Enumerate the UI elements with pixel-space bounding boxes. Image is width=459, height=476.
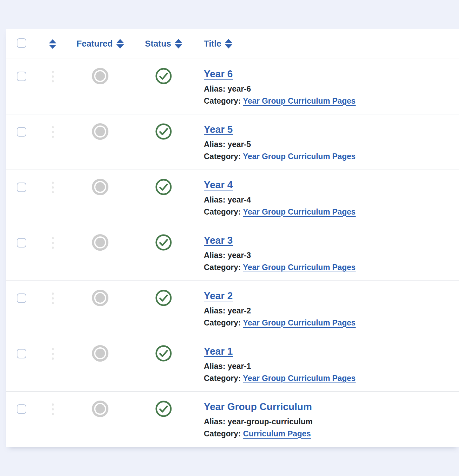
table-row: Year 1 Alias: year-1 Category: Year Grou… (6, 336, 459, 391)
alias-label: Alias: (204, 195, 225, 204)
articles-table: Featured Status Title (6, 29, 459, 447)
drag-handle-icon[interactable] (52, 237, 54, 249)
drag-handle-icon[interactable] (52, 348, 54, 360)
featured-toggle-icon[interactable] (92, 290, 108, 306)
category-label: Category: (204, 207, 241, 216)
featured-off-dot (95, 293, 105, 303)
sort-icon (175, 39, 182, 48)
drag-handle-icon[interactable] (52, 293, 54, 304)
sort-icon (225, 39, 232, 48)
table-row: Year Group Curriculum Alias: year-group-… (6, 391, 459, 447)
title-column-label: Title (204, 40, 221, 48)
row-select-checkbox[interactable] (17, 183, 26, 192)
status-published-icon[interactable] (155, 179, 172, 195)
alias-value: year-4 (228, 195, 251, 204)
sort-icon (49, 39, 56, 49)
status-sort-button[interactable]: Status (145, 39, 182, 48)
alias-label: Alias: (204, 84, 225, 93)
title-sort-button[interactable]: Title (204, 39, 232, 48)
alias-value: year-6 (228, 84, 251, 93)
category-link[interactable]: Year Group Curriculum Pages (243, 263, 356, 272)
featured-toggle-icon[interactable] (92, 68, 108, 84)
featured-sort-button[interactable]: Featured (76, 39, 124, 48)
row-select-checkbox[interactable] (17, 72, 26, 81)
drag-handle-icon[interactable] (52, 71, 54, 82)
header-cell-title: Title (195, 29, 459, 59)
featured-toggle-icon[interactable] (92, 401, 108, 417)
header-cell-status: Status (132, 29, 195, 59)
table-row: Year 2 Alias: year-2 Category: Year Grou… (6, 280, 459, 336)
category-label: Category: (204, 96, 241, 105)
category-link[interactable]: Year Group Curriculum Pages (243, 374, 356, 383)
status-published-icon[interactable] (155, 401, 172, 417)
category-link[interactable]: Year Group Curriculum Pages (243, 152, 356, 161)
category-label: Category: (204, 152, 241, 161)
status-published-icon[interactable] (155, 123, 172, 140)
drag-handle-icon[interactable] (52, 403, 54, 415)
sort-icon (116, 39, 124, 48)
featured-off-dot (95, 238, 105, 247)
featured-off-dot (95, 349, 105, 358)
article-title-link[interactable]: Year 6 (204, 67, 233, 81)
category-link[interactable]: Year Group Curriculum Pages (243, 96, 356, 105)
featured-off-dot (95, 404, 105, 414)
article-title-link[interactable]: Year 2 (204, 289, 233, 303)
alias-label: Alias: (204, 306, 225, 315)
article-title-link[interactable]: Year 4 (204, 178, 233, 192)
category-link[interactable]: Curriculum Pages (243, 429, 311, 438)
table-header-row: Featured Status Title (6, 29, 459, 59)
row-select-checkbox[interactable] (17, 404, 26, 414)
alias-value: year-1 (228, 362, 251, 370)
table-row: Year 6 Alias: year-6 Category: Year Grou… (6, 59, 459, 114)
header-cell-featured: Featured (68, 29, 132, 59)
status-published-icon[interactable] (155, 68, 172, 84)
row-select-checkbox[interactable] (17, 238, 26, 248)
articles-table-panel: Featured Status Title (6, 29, 459, 447)
select-all-checkbox[interactable] (17, 38, 26, 48)
category-label: Category: (204, 374, 241, 383)
drag-handle-icon[interactable] (52, 182, 54, 193)
article-title-link[interactable]: Year 5 (204, 123, 233, 137)
featured-column-label: Featured (76, 40, 113, 48)
alias-label: Alias: (204, 140, 225, 149)
header-cell-select (6, 29, 37, 59)
category-label: Category: (204, 318, 241, 327)
article-title-link[interactable]: Year 3 (204, 234, 233, 248)
alias-value: year-group-curriculum (228, 417, 313, 426)
drag-handle-icon[interactable] (52, 126, 54, 138)
status-column-label: Status (145, 40, 171, 48)
featured-toggle-icon[interactable] (92, 179, 108, 195)
featured-toggle-icon[interactable] (92, 123, 108, 140)
status-published-icon[interactable] (155, 345, 172, 362)
row-select-checkbox[interactable] (17, 349, 26, 358)
featured-toggle-icon[interactable] (92, 345, 108, 362)
alias-label: Alias: (204, 251, 225, 260)
alias-label: Alias: (204, 362, 225, 370)
row-select-checkbox[interactable] (17, 127, 26, 137)
alias-label: Alias: (204, 417, 225, 426)
alias-value: year-3 (228, 251, 251, 260)
featured-off-dot (95, 127, 105, 136)
alias-value: year-2 (228, 306, 251, 315)
alias-value: year-5 (228, 140, 251, 149)
featured-toggle-icon[interactable] (92, 234, 108, 251)
table-row: Year 4 Alias: year-4 Category: Year Grou… (6, 170, 459, 225)
table-row: Year 3 Alias: year-3 Category: Year Grou… (6, 225, 459, 280)
row-select-checkbox[interactable] (17, 293, 26, 303)
category-link[interactable]: Year Group Curriculum Pages (243, 207, 356, 216)
article-title-link[interactable]: Year 1 (204, 344, 233, 358)
category-link[interactable]: Year Group Curriculum Pages (243, 318, 356, 327)
header-cell-ordering (37, 29, 68, 59)
status-published-icon[interactable] (155, 234, 172, 251)
category-label: Category: (204, 263, 241, 272)
article-title-link[interactable]: Year Group Curriculum (204, 400, 312, 414)
category-label: Category: (204, 429, 241, 438)
status-published-icon[interactable] (155, 290, 172, 306)
ordering-sort-button[interactable] (49, 39, 56, 49)
featured-off-dot (95, 71, 105, 81)
featured-off-dot (95, 182, 105, 192)
table-row: Year 5 Alias: year-5 Category: Year Grou… (6, 114, 459, 170)
